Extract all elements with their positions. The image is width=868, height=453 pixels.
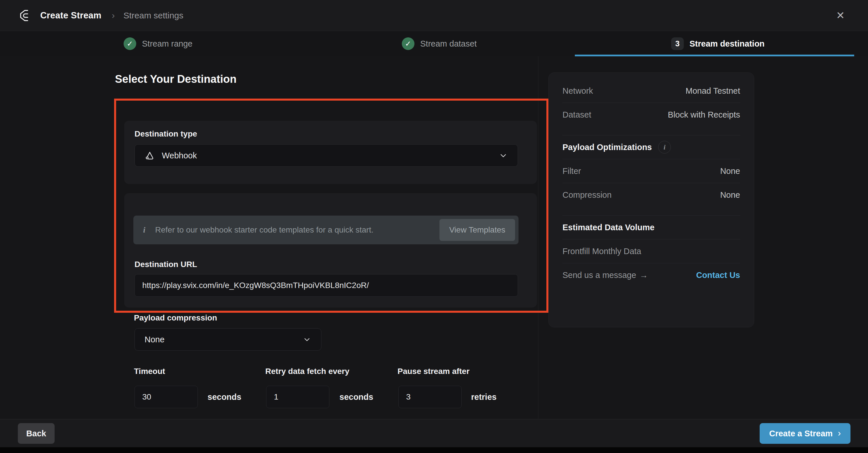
- webhook-config-card: i Refer to our webhook starter code temp…: [124, 193, 537, 307]
- content-right-divider: [538, 56, 538, 419]
- destination-url-input[interactable]: [134, 274, 518, 297]
- timeout-input[interactable]: [134, 386, 198, 408]
- close-icon[interactable]: ✕: [832, 7, 849, 24]
- contact-us-link[interactable]: Contact Us: [696, 270, 740, 280]
- summary-row-filter: Filter None: [562, 159, 740, 183]
- view-templates-button[interactable]: View Templates: [439, 219, 515, 241]
- destination-type-label: Destination type: [134, 129, 197, 139]
- chevron-right-icon: ›: [838, 428, 841, 439]
- summary-payload-optimizations: Payload Optimizations i: [562, 135, 740, 159]
- summary-row-network: Network Monad Testnet: [562, 79, 740, 102]
- network-label: Network: [562, 86, 593, 96]
- info-icon: i: [143, 225, 146, 235]
- page-title: Create Stream: [40, 10, 101, 21]
- timeout-unit: seconds: [208, 386, 242, 408]
- banner-text: Refer to our webhook starter code templa…: [155, 225, 373, 235]
- step-label: Stream destination: [689, 39, 765, 49]
- destination-type-select[interactable]: Webhook: [134, 144, 518, 167]
- pause-input[interactable]: [398, 386, 462, 408]
- step-label: Stream range: [142, 39, 192, 49]
- window-bottom-edge: [0, 447, 868, 453]
- back-button[interactable]: Back: [18, 423, 55, 444]
- estimated-volume-title: Estimated Data Volume: [562, 223, 654, 232]
- destination-type-value: Webhook: [162, 151, 197, 160]
- payload-compression-value: None: [145, 335, 164, 344]
- tab-stream-destination[interactable]: 3 Stream destination: [671, 31, 765, 56]
- destination-url-label: Destination URL: [134, 260, 197, 269]
- summary-row-dataset: Dataset Block with Receipts: [562, 103, 740, 126]
- payload-compression-label: Payload compression: [134, 313, 217, 323]
- arrow-right-icon: →: [640, 270, 648, 280]
- chevron-right-icon: ›: [112, 10, 115, 21]
- section-heading: Select Your Destination: [115, 73, 237, 85]
- compression-label: Compression: [562, 190, 612, 200]
- check-icon: ✓: [402, 37, 414, 50]
- step-label: Stream dataset: [420, 39, 477, 49]
- footer-action-bar: Back Create a Stream ›: [0, 419, 868, 448]
- pause-label: Pause stream after: [398, 367, 470, 376]
- payload-compression-select[interactable]: None: [134, 328, 321, 351]
- quicknode-logo-icon: [17, 8, 33, 23]
- check-icon: ✓: [124, 37, 136, 50]
- contact-message-label: Send us a message: [562, 270, 636, 280]
- top-bar: Create Stream › Stream settings ✕: [0, 0, 868, 31]
- create-stream-button[interactable]: Create a Stream ›: [760, 423, 850, 444]
- pause-unit: retries: [471, 386, 497, 408]
- timeout-label: Timeout: [134, 367, 165, 376]
- frontfill-label: Frontfill Monthly Data: [562, 247, 641, 256]
- summary-estimated-volume: Estimated Data Volume: [562, 216, 740, 239]
- templates-info-banner: i Refer to our webhook starter code temp…: [133, 216, 519, 244]
- dataset-value: Block with Receipts: [668, 110, 740, 120]
- create-stream-modal: Create Stream › Stream settings ✕ ✓ Stre…: [0, 0, 868, 453]
- filter-label: Filter: [562, 167, 581, 176]
- tab-stream-dataset[interactable]: ✓ Stream dataset: [402, 31, 477, 56]
- webhook-icon: [145, 150, 155, 161]
- dataset-label: Dataset: [562, 110, 591, 120]
- create-stream-label: Create a Stream: [769, 429, 833, 439]
- payload-optimizations-title: Payload Optimizations: [562, 143, 652, 152]
- destination-type-card: Destination type Webhook: [124, 121, 537, 184]
- wizard-steps-bar: ✓ Stream range ✓ Stream dataset 3 Stream…: [0, 31, 868, 57]
- step-number-badge: 3: [671, 37, 684, 50]
- main-content: Select Your Destination Destination type…: [0, 56, 868, 419]
- summary-row-compression: Compression None: [562, 183, 740, 207]
- retry-label: Retry data fetch every: [265, 367, 349, 376]
- chevron-down-icon: [499, 151, 508, 160]
- chevron-down-icon: [303, 335, 311, 344]
- retry-unit: seconds: [339, 386, 373, 408]
- breadcrumb: Stream settings: [123, 11, 183, 21]
- summary-row-contact: Send us a message→ Contact Us: [562, 263, 740, 287]
- summary-row-frontfill: Frontfill Monthly Data: [562, 239, 740, 263]
- tab-stream-range[interactable]: ✓ Stream range: [124, 31, 192, 56]
- info-icon[interactable]: i: [658, 141, 671, 153]
- stream-summary-card: Network Monad Testnet Dataset Block with…: [548, 72, 754, 327]
- filter-value: None: [720, 167, 740, 176]
- network-value: Monad Testnet: [685, 86, 740, 96]
- compression-value: None: [720, 190, 740, 200]
- retry-input[interactable]: [266, 386, 330, 408]
